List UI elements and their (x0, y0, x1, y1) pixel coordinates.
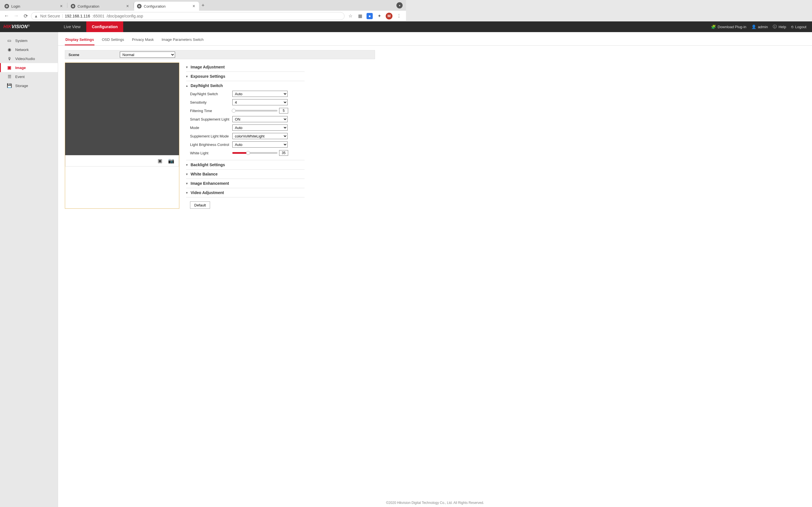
close-icon[interactable]: × (192, 4, 196, 8)
forward-button[interactable]: → (12, 12, 20, 20)
address-bar: ← → ⟳ ▲ Not Secure 192.168.1.116:65001/d… (0, 11, 406, 21)
section-video-adjustment: ▾ Video Adjustment (186, 188, 305, 198)
favicon-icon (4, 4, 9, 8)
tab-image-parameters-switch[interactable]: Image Parameters Switch (161, 38, 204, 45)
row-supplement-light-mode: Supplement Light Mode colorVuWhiteLight (190, 132, 305, 140)
profile-avatar[interactable]: M (386, 13, 393, 19)
settings-panel: ▾ Image Adjustment ▾ Exposure Settings (186, 62, 305, 209)
tab-title: Configuration (78, 4, 125, 8)
section-white-balance: ▾ White Balance (186, 170, 305, 179)
slider-white-light[interactable] (232, 152, 277, 154)
sidebar-item-event[interactable]: ☰ Event (0, 72, 58, 81)
workspace: ▭ System ◉ Network 🎙 Video/Audio ▣ Image… (0, 32, 406, 253)
label-sensitivity: Sensitivity (190, 100, 232, 105)
select-light-brightness-control[interactable]: Auto (232, 142, 288, 148)
section-header-video-adjustment[interactable]: ▾ Video Adjustment (186, 190, 305, 195)
image-icon: ▣ (7, 65, 12, 70)
nav-configuration[interactable]: Configuration (86, 21, 123, 32)
reload-button[interactable]: ⟳ (21, 12, 30, 20)
storage-icon: 💾 (7, 83, 12, 88)
extensions-icon[interactable]: ✦ (376, 13, 382, 19)
tab-title: Configuration (144, 4, 192, 8)
browser-tab-config-2[interactable]: Configuration × (134, 2, 199, 11)
section-header-exposure-settings[interactable]: ▾ Exposure Settings (186, 74, 305, 78)
sidebar-item-network[interactable]: ◉ Network (0, 45, 58, 54)
scene-select[interactable]: Normal (120, 52, 175, 58)
omnibox[interactable]: ▲ Not Secure 192.168.1.116:65001/doc/pag… (31, 12, 345, 20)
not-secure-icon: ▲ (34, 14, 38, 18)
chevron-down-icon: ▾ (186, 191, 190, 194)
snapshot-icon[interactable]: 📷 (168, 158, 174, 164)
section-image-enhancement: ▾ Image Enhancement (186, 179, 305, 188)
sidebar-item-label: Video/Audio (15, 57, 35, 61)
tab-display-settings[interactable]: Display Settings (65, 38, 94, 45)
zoom-extension-icon[interactable]: ■ (366, 13, 373, 19)
chevron-down-icon: ▾ (186, 65, 190, 69)
apps-icon[interactable]: ▦ (357, 13, 363, 19)
close-icon[interactable]: × (125, 4, 130, 8)
label-day-night-switch: Day/Night Switch (190, 92, 232, 96)
kebab-menu-icon[interactable]: ⋮ (396, 13, 402, 19)
preview-toolbar: ▣ 📷 (65, 155, 179, 166)
topbar: HIKVISION® Live View Configuration 🧩 Dow… (0, 21, 406, 32)
row-smart-supplement-light: Smart Supplement Light ON (190, 115, 305, 123)
sidebar-item-storage[interactable]: 💾 Storage (0, 81, 58, 90)
separator (62, 14, 63, 18)
section-backlight-settings: ▾ Backlight Settings (186, 160, 305, 170)
input-filtering-time[interactable] (279, 108, 288, 114)
section-header-image-enhancement[interactable]: ▾ Image Enhancement (186, 181, 305, 186)
top-nav: Live View Configuration (58, 21, 123, 32)
star-icon[interactable]: ☆ (347, 13, 354, 19)
nav-live-view[interactable]: Live View (58, 21, 86, 32)
tab-osd-settings[interactable]: OSD Settings (101, 38, 124, 45)
config-body: Scene Normal ▣ 📷 (58, 46, 406, 253)
sidebar-item-system[interactable]: ▭ System (0, 36, 58, 45)
select-mode[interactable]: Auto (232, 124, 288, 131)
event-icon: ☰ (7, 74, 12, 79)
not-secure-label: Not Secure (40, 14, 60, 18)
section-day-night-switch: ▴ Day/Night Switch Day/Night Switch Auto… (186, 81, 305, 160)
back-button[interactable]: ← (2, 12, 11, 20)
system-icon: ▭ (7, 38, 12, 43)
brand-logo: HIKVISION® (0, 24, 58, 29)
app: HIKVISION® Live View Configuration 🧩 Dow… (0, 21, 406, 253)
close-icon[interactable]: × (59, 4, 64, 8)
browser-tab-config-1[interactable]: Configuration × (68, 2, 133, 11)
default-button[interactable]: Default (190, 202, 210, 209)
subtabs: Display Settings OSD Settings Privacy Ma… (58, 32, 406, 46)
input-white-light[interactable] (279, 150, 288, 156)
label-smart-supplement-light: Smart Supplement Light (190, 117, 232, 121)
browser-tab-login[interactable]: Login × (2, 2, 66, 11)
browser-chrome: Login × Configuration × Configuration × … (0, 0, 406, 21)
chevron-down-icon: ▾ (186, 75, 190, 78)
chevron-down-icon: ▾ (186, 172, 190, 176)
slider-filtering-time[interactable] (232, 110, 277, 112)
label-supplement-light-mode: Supplement Light Mode (190, 134, 232, 138)
scene-label: Scene (68, 53, 79, 57)
select-day-night-switch[interactable]: Auto (232, 91, 288, 97)
section-header-image-adjustment[interactable]: ▾ Image Adjustment (186, 65, 305, 69)
label-white-light: White Light (190, 151, 232, 155)
window-menu-button[interactable] (396, 2, 403, 8)
tab-strip: Login × Configuration × Configuration × … (0, 0, 406, 11)
sidebar-item-video-audio[interactable]: 🎙 Video/Audio (0, 54, 58, 63)
record-icon[interactable]: ▣ (158, 158, 162, 164)
select-supplement-light-mode[interactable]: colorVuWhiteLight (232, 133, 288, 139)
sidebar: ▭ System ◉ Network 🎙 Video/Audio ▣ Image… (0, 32, 58, 253)
section-header-white-balance[interactable]: ▾ White Balance (186, 172, 305, 176)
new-tab-button[interactable]: + (199, 3, 207, 8)
section-header-day-night-switch[interactable]: ▴ Day/Night Switch (186, 83, 305, 88)
select-smart-supplement-light[interactable]: ON (232, 116, 288, 122)
scene-row: Scene Normal (65, 50, 375, 59)
tab-title: Login (11, 4, 59, 8)
video-audio-icon: 🎙 (7, 56, 12, 61)
network-icon: ◉ (7, 47, 12, 52)
sidebar-item-image[interactable]: ▣ Image (0, 63, 58, 72)
chevron-down-icon: ▾ (186, 163, 190, 167)
select-sensitivity[interactable]: 4 (232, 99, 288, 105)
preview-panel: ▣ 📷 (65, 62, 179, 209)
tab-privacy-mask[interactable]: Privacy Mask (132, 38, 154, 45)
section-header-backlight-settings[interactable]: ▾ Backlight Settings (186, 163, 305, 167)
row-mode: Mode Auto (190, 123, 305, 132)
sidebar-item-label: System (15, 39, 28, 43)
